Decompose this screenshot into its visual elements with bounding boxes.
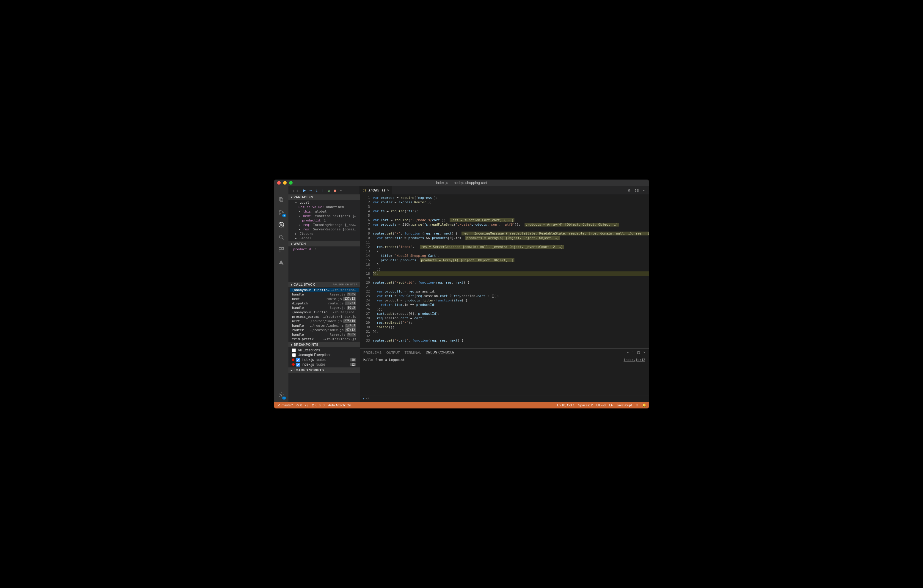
variable-return[interactable]: Return value: undefined xyxy=(290,205,359,209)
step-into-icon[interactable]: ↓ xyxy=(315,188,318,193)
compare-changes-icon[interactable]: ⧉ xyxy=(628,188,631,192)
settings-gear-icon[interactable]: 1 xyxy=(277,391,286,399)
gutter[interactable]: 1234567891011121314151617▶18192021222324… xyxy=(360,194,372,348)
search-icon[interactable] xyxy=(277,233,286,241)
scope-global[interactable]: ▸ Global xyxy=(290,236,359,240)
code-line[interactable]: inline(); xyxy=(373,325,649,329)
bp-checkbox[interactable] xyxy=(292,348,296,352)
watch-item[interactable]: productId: 1 xyxy=(290,247,359,251)
continue-icon[interactable]: ▶ xyxy=(303,188,305,193)
variable-next[interactable]: ▸ next: function next(err) { … } xyxy=(290,214,359,218)
callstack-row[interactable]: trim_prefix…/router/index.js xyxy=(290,337,359,341)
variables-header[interactable]: ▾VARIABLES xyxy=(288,194,360,200)
variable-this[interactable]: ▸ this: global xyxy=(290,209,359,214)
status-position[interactable]: Ln 18, Col 1 xyxy=(557,403,575,407)
code-editor[interactable]: 1234567891011121314151617▶18192021222324… xyxy=(360,194,649,348)
code-line[interactable]: var Cart = require('../models/cart'); Ca… xyxy=(373,218,649,222)
code-line[interactable]: }); xyxy=(373,271,649,276)
code-line[interactable] xyxy=(373,227,649,231)
step-over-icon[interactable]: ↷ xyxy=(309,188,312,193)
variable-req[interactable]: ▸ req: IncomingMessage {_readableSt… xyxy=(290,223,359,227)
code-line[interactable] xyxy=(373,240,649,245)
code-line[interactable]: var productId = req.params.id; xyxy=(373,289,649,294)
code-line[interactable]: title: 'NodeJS Shopping Cart', xyxy=(373,254,649,258)
variable-res[interactable]: ▸ res: ServerResponse {domain: null… xyxy=(290,227,359,232)
debug-icon[interactable] xyxy=(277,220,286,229)
code-line[interactable]: } xyxy=(373,263,649,267)
code-line[interactable] xyxy=(373,214,649,218)
scope-closure[interactable]: ▸ Closure xyxy=(290,232,359,236)
code-line[interactable] xyxy=(373,205,649,209)
close-tab-icon[interactable]: × xyxy=(387,188,389,192)
code-line[interactable]: router.get('/add/:id', function(req, res… xyxy=(373,280,649,285)
azure-icon[interactable] xyxy=(277,258,286,266)
status-errors[interactable]: ⊘0 ⚠0 xyxy=(312,403,324,407)
watch-header[interactable]: ▾WATCH xyxy=(288,241,360,246)
status-sync[interactable]: ⟳0↓ 2↑ xyxy=(296,403,308,407)
code-area[interactable]: var express = require('express');var rou… xyxy=(372,194,649,348)
code-line[interactable]: res.redirect('/'); xyxy=(373,320,649,325)
status-lang[interactable]: JavaScript xyxy=(616,403,632,407)
repl-input[interactable]: 44 xyxy=(366,397,370,401)
status-encoding[interactable]: UTF-8 xyxy=(596,403,605,407)
restart-icon[interactable]: ↻ xyxy=(328,188,330,193)
callstack-row[interactable]: nextroute.js137:13 xyxy=(290,297,359,301)
code-line[interactable]: { xyxy=(373,249,649,254)
status-branch[interactable]: ⎇master* xyxy=(276,403,293,407)
editor-more-icon[interactable]: ⋯ xyxy=(643,188,645,192)
code-line[interactable]: req.session.cart = cart; xyxy=(373,316,649,320)
callstack-row[interactable]: (anonymous function)…/routes/ind… xyxy=(290,288,359,292)
code-line[interactable]: var router = express.Router(); xyxy=(373,200,649,205)
code-line[interactable]: var products = JSON.parse(fs.readFileSyn… xyxy=(373,222,649,227)
bp-all-exceptions[interactable]: All Exceptions xyxy=(290,348,359,353)
status-spaces[interactable]: Spaces: 2 xyxy=(578,403,593,407)
source-control-icon[interactable]: 4 xyxy=(277,208,286,217)
callstack-row[interactable]: dispatchroute.js112:3 xyxy=(290,301,359,305)
code-line[interactable]: ); xyxy=(373,267,649,271)
variable-productid[interactable]: productId: 1 xyxy=(290,218,359,223)
code-line[interactable]: var productId = products && products[0].… xyxy=(373,236,649,240)
bp-uncaught-exceptions[interactable]: Uncaught Exceptions xyxy=(290,353,359,357)
close-panel-icon[interactable]: × xyxy=(644,350,645,354)
callstack-row[interactable]: process_params…/router/index.js xyxy=(290,315,359,319)
bp-checkbox[interactable] xyxy=(292,353,296,357)
breakpoint-item[interactable]: index.js routes10 xyxy=(290,357,359,362)
tab-problems[interactable]: PROBLEMS xyxy=(363,350,381,355)
breakpoint-item[interactable]: index.js routes12 xyxy=(290,362,359,367)
stop-icon[interactable]: ◼ xyxy=(333,188,336,193)
explorer-icon[interactable] xyxy=(277,195,286,204)
bp-checkbox[interactable] xyxy=(296,358,300,362)
console-source-link[interactable]: index.js:12 xyxy=(624,358,645,393)
code-line[interactable]: return item.id == productId; xyxy=(373,302,649,307)
maximize-panel-icon[interactable]: ▢ xyxy=(637,350,640,354)
step-out-icon[interactable]: ↑ xyxy=(322,188,324,193)
collapse-icon[interactable]: ˆ xyxy=(632,350,633,354)
bell-icon[interactable]: 🔔 xyxy=(642,403,647,407)
callstack-row[interactable]: (anonymous function)…/router/ind… xyxy=(290,310,359,315)
split-editor-icon[interactable]: ▯▯ xyxy=(635,188,639,192)
code-line[interactable]: var cart = new Cart(req.session.cart ? r… xyxy=(373,294,649,298)
more-icon[interactable]: ⋯ xyxy=(340,188,342,193)
status-auto-attach[interactable]: Auto Attach: On xyxy=(328,403,351,407)
code-line[interactable] xyxy=(373,285,649,289)
code-line[interactable]: var fs = require('fs'); xyxy=(373,209,649,214)
drag-handle-icon[interactable]: ⋮⋮ xyxy=(291,188,300,193)
code-line[interactable] xyxy=(373,334,649,338)
debug-console-body[interactable]: Hallo from a Logpoint index.js:12 xyxy=(360,356,649,395)
callstack-header[interactable]: ▾CALL STACKPAUSED ON STEP xyxy=(288,282,360,287)
bp-checkbox[interactable] xyxy=(296,363,300,366)
code-line[interactable]: cart.add(product[0], productId); xyxy=(373,312,649,316)
breakpoints-header[interactable]: ▾BREAKPOINTS xyxy=(288,342,360,347)
tab-debug-console[interactable]: DEBUG CONSOLE xyxy=(426,350,454,355)
callstack-row[interactable]: router…/router/index.js47:12 xyxy=(290,328,359,332)
tab-index-js[interactable]: JS index.js × xyxy=(360,186,393,194)
code-line[interactable] xyxy=(373,276,649,280)
status-eol[interactable]: LF xyxy=(609,403,613,407)
loaded-scripts-header[interactable]: ▸LOADED SCRIPTS xyxy=(288,368,360,373)
feedback-icon[interactable]: ☺ xyxy=(636,403,639,407)
code-line[interactable]: }); xyxy=(373,329,649,334)
callstack-row[interactable]: handlelayer.js95:5 xyxy=(290,305,359,310)
tab-output[interactable]: OUTPUT xyxy=(386,350,400,355)
callstack-row[interactable]: handle…/router/index.js174:3 xyxy=(290,324,359,328)
tab-terminal[interactable]: TERMINAL xyxy=(404,350,421,355)
